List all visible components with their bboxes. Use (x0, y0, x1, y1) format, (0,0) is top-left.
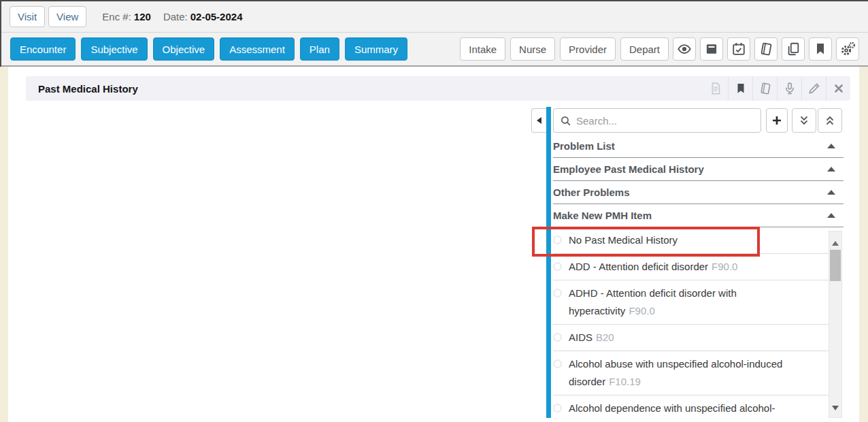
visit-button[interactable]: Visit (10, 6, 45, 27)
section-problem-list[interactable]: Problem List (553, 135, 844, 158)
radio-icon[interactable] (553, 236, 562, 244)
list-item-alcohol-dependence[interactable]: Alcohol dependence with unspecified alco… (553, 395, 829, 418)
dictate-button[interactable] (777, 76, 801, 101)
section-make-new-pmh-item[interactable]: Make New PMH Item (553, 204, 844, 227)
panel-collapse-handle[interactable] (531, 108, 546, 133)
tab-assessment[interactable]: Assessment (220, 37, 295, 61)
copy-button[interactable] (782, 37, 805, 61)
view-button[interactable]: View (48, 6, 86, 27)
add-item-button[interactable] (766, 108, 788, 133)
search-input[interactable] (576, 115, 754, 127)
collapse-all-icon (824, 114, 836, 127)
date-label: Date: (163, 11, 188, 22)
list-item-no-past-medical-history[interactable]: No Past Medical History (553, 227, 829, 254)
item-name: Alcohol dependence with unspecified alco… (569, 402, 775, 414)
radio-icon[interactable] (553, 262, 562, 271)
microphone-icon (783, 82, 797, 95)
list-item-adhd[interactable]: ADHD - Attention deficit disorder with h… (553, 280, 829, 325)
expand-all-icon (798, 114, 810, 127)
bookmark-section-button[interactable] (728, 76, 752, 101)
ehr-screen: Visit View Enc #:120 Date:02-05-2024 Enc… (0, 0, 868, 422)
list-item-aids[interactable]: AIDSB20 (553, 325, 829, 351)
scrollbar-thumb[interactable] (830, 250, 841, 281)
past-medical-history-header: Past Medical History (26, 76, 850, 101)
close-icon (833, 82, 845, 95)
tab-objective[interactable]: Objective (153, 37, 215, 61)
collapse-up-icon (827, 190, 835, 195)
settings-button[interactable] (836, 37, 859, 61)
expand-all-button[interactable] (792, 108, 816, 133)
radio-icon[interactable] (553, 404, 562, 412)
list-scrollbar[interactable] (829, 231, 842, 418)
item-name: Alcohol abuse with unspecified alcohol-i… (569, 358, 782, 387)
scroll-up-icon[interactable] (832, 241, 839, 246)
scroll-down-icon[interactable] (832, 406, 839, 410)
item-code: F10.19 (609, 376, 641, 387)
add-icon (771, 114, 783, 127)
book-icon (758, 42, 773, 56)
pencil-icon (807, 82, 821, 95)
encounter-number: Enc #:120 (102, 11, 151, 22)
section-employee-pmh[interactable]: Employee Past Medical History (553, 158, 844, 181)
pmh-accordion: Problem List Employee Past Medical Histo… (553, 135, 844, 227)
search-icon (560, 115, 571, 127)
calendar-check-icon (731, 42, 746, 56)
item-code: F90.0 (629, 305, 654, 316)
tab-summary[interactable]: Summary (345, 37, 407, 61)
section-label: Make New PMH Item (553, 210, 652, 221)
item-code: B20 (596, 331, 614, 343)
intake-button[interactable]: Intake (460, 37, 505, 61)
radio-icon[interactable] (553, 359, 562, 368)
bookmark-icon (814, 42, 827, 56)
encounter-date: Date:02-05-2024 (163, 11, 243, 22)
item-name: AIDS (569, 331, 592, 343)
bookmark-icon (735, 82, 747, 95)
left-edge-strip (0, 67, 8, 422)
archive-box-icon (705, 42, 718, 56)
reference-book-button[interactable] (752, 76, 777, 101)
pmh-item-list: No Past Medical History ADD - Attention … (553, 227, 829, 418)
item-code: F90.0 (712, 261, 737, 272)
document-icon (709, 82, 722, 95)
close-section-button[interactable] (826, 76, 850, 101)
date-value: 02-05-2024 (190, 11, 243, 22)
tab-plan[interactable]: Plan (300, 37, 339, 61)
page-title: Past Medical History (26, 83, 703, 95)
search-box (553, 108, 761, 133)
archive-box-button[interactable] (700, 37, 723, 61)
nav-bar: Encounter Subjective Objective Assessmen… (1, 33, 868, 67)
tab-subjective[interactable]: Subjective (81, 37, 147, 61)
provider-button[interactable]: Provider (560, 37, 616, 61)
depart-button[interactable]: Depart (620, 37, 669, 61)
nurse-button[interactable]: Nurse (510, 37, 555, 61)
main-content: Past Medical History (0, 67, 868, 422)
eye-button[interactable] (673, 37, 696, 61)
list-item-add[interactable]: ADD - Attention deficit disorderF90.0 (553, 254, 829, 280)
panel-accent-bar (546, 107, 551, 418)
list-item-alcohol-abuse[interactable]: Alcohol abuse with unspecified alcohol-i… (553, 351, 829, 395)
section-label: Other Problems (553, 186, 630, 198)
note-button[interactable] (703, 76, 728, 101)
bookmark-button[interactable] (809, 37, 832, 61)
item-name: ADD - Attention deficit disorder (569, 261, 708, 272)
section-label: Employee Past Medical History (553, 163, 704, 175)
section-other-problems[interactable]: Other Problems (553, 181, 844, 204)
collapse-all-button[interactable] (818, 108, 842, 133)
edit-button[interactable] (801, 76, 826, 101)
tab-encounter[interactable]: Encounter (10, 37, 76, 61)
book-icon (758, 82, 772, 95)
radio-icon[interactable] (553, 289, 562, 297)
enc-label: Enc #: (102, 11, 131, 22)
copy-icon (786, 42, 801, 56)
collapse-up-icon (827, 213, 835, 218)
gears-icon (839, 41, 856, 57)
top-bar: Visit View Enc #:120 Date:02-05-2024 (1, 1, 868, 33)
collapse-up-icon (827, 144, 835, 148)
book-button[interactable] (754, 37, 778, 61)
radio-icon[interactable] (553, 333, 562, 342)
enc-value: 120 (134, 11, 151, 22)
right-edge-strip (859, 67, 868, 422)
calendar-check-button[interactable] (727, 37, 750, 61)
section-label: Problem List (553, 140, 615, 152)
item-name: No Past Medical History (569, 234, 678, 246)
